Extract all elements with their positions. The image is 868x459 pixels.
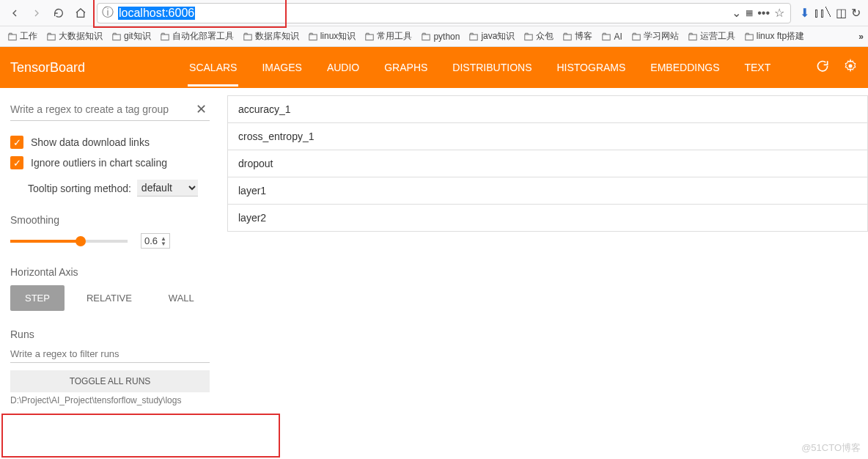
bookmark-item[interactable]: python [418, 29, 463, 44]
bookmark-item[interactable]: linux ftp搭建 [741, 29, 807, 44]
axis-relative-button[interactable]: RELATIVE [72, 285, 147, 311]
tag-row[interactable]: layer2 [227, 205, 868, 232]
info-icon[interactable]: ⓘ [102, 5, 114, 21]
bookmark-item[interactable]: 数据库知识 [240, 29, 302, 44]
bookmark-item[interactable]: git知识 [108, 29, 154, 44]
dropdown-icon[interactable]: ⌄ [732, 6, 741, 20]
url-bar[interactable]: ⓘ localhost:6006 ⌄ ▦ ••• ☆ [97, 3, 791, 23]
qr-icon[interactable]: ▦ [746, 8, 753, 18]
tab-histograms[interactable]: HISTOGRAMS [555, 48, 627, 87]
download-icon[interactable]: ⬇ [800, 6, 809, 20]
sidebar-icon[interactable]: ◫ [836, 6, 847, 20]
url-text: localhost:6006 [118, 7, 195, 20]
checkbox-download-links[interactable]: ✓ [10, 136, 23, 149]
tab-graphs[interactable]: GRAPHS [383, 48, 429, 87]
bookmarks-bar: 工作大数据知识git知识自动化部署工具数据库知识linux知识常用工具pytho… [0, 26, 868, 47]
checkbox-ignore-outliers[interactable]: ✓ [10, 156, 23, 169]
browser-nav-bar: ⓘ localhost:6006 ⌄ ▦ ••• ☆ ⬇ ⫿⫿⧹ ◫ ↻ [0, 0, 868, 26]
home-button[interactable] [70, 3, 91, 23]
settings-icon[interactable] [843, 59, 858, 76]
toggle-all-runs-button[interactable]: TOGGLE ALL RUNS [10, 370, 210, 392]
bookmarks-overflow-icon[interactable]: » [858, 32, 864, 42]
library-icon[interactable]: ⫿⫿⧹ [814, 7, 831, 20]
tag-row[interactable]: dropout [227, 150, 868, 177]
bookmark-item[interactable]: 自动化部署工具 [157, 29, 237, 44]
tag-row[interactable]: layer1 [227, 177, 868, 205]
bookmark-item[interactable]: 大数据知识 [43, 29, 106, 44]
checkbox-outliers-label: Ignore outliers in chart scaling [31, 157, 167, 169]
runs-label: Runs [10, 328, 210, 340]
smoothing-stepper[interactable]: ▲▼ [161, 236, 166, 246]
clear-search-icon[interactable]: ✕ [193, 101, 210, 117]
bookmark-star-icon[interactable]: ☆ [774, 6, 784, 20]
tag-search-input[interactable] [10, 103, 193, 115]
reload-icon[interactable] [815, 59, 830, 76]
svg-point-0 [849, 65, 853, 68]
bookmark-item[interactable]: 运营工具 [685, 29, 738, 44]
bookmark-item[interactable]: java知识 [466, 29, 518, 44]
tab-embeddings[interactable]: EMBEDDINGS [649, 48, 721, 87]
sidebar: ✕ ✓ Show data download links ✓ Ignore ou… [0, 88, 220, 459]
log-path: D:\Project\AI_Project\tensforflow_study\… [10, 392, 210, 408]
runs-search-input[interactable] [10, 348, 210, 359]
smoothing-label: Smoothing [10, 214, 210, 226]
sync-icon[interactable]: ↻ [851, 6, 861, 20]
tab-text[interactable]: TEXT [743, 48, 772, 87]
tab-audio[interactable]: AUDIO [326, 48, 361, 87]
bookmark-item[interactable]: 博客 [559, 29, 595, 44]
more-icon[interactable]: ••• [757, 7, 770, 20]
tag-row[interactable]: accuracy_1 [227, 95, 868, 123]
axis-step-button[interactable]: STEP [10, 285, 65, 311]
horizontal-axis-label: Horizontal Axis [10, 266, 210, 278]
bookmark-item[interactable]: 众包 [521, 29, 556, 44]
tooltip-sort-label: Tooltip sorting method: [28, 183, 131, 194]
tab-distributions[interactable]: DISTRIBUTIONS [451, 48, 533, 87]
tag-row[interactable]: cross_entropy_1 [227, 123, 868, 150]
smoothing-slider[interactable] [10, 240, 128, 243]
bookmark-item[interactable]: linux知识 [305, 29, 359, 44]
bookmark-item[interactable]: 常用工具 [361, 29, 415, 44]
checkbox-download-label: Show data download links [31, 136, 150, 148]
tooltip-sort-select[interactable]: default [137, 180, 198, 197]
bookmark-item[interactable]: AI [598, 29, 625, 44]
back-button[interactable] [4, 3, 25, 23]
axis-wall-button[interactable]: WALL [154, 285, 209, 311]
url-input[interactable] [199, 7, 721, 18]
bookmark-item[interactable]: 工作 [4, 29, 40, 44]
app-title: TensorBoard [10, 60, 85, 76]
tab-images[interactable]: IMAGES [260, 48, 303, 87]
tensorboard-header: TensorBoard SCALARSIMAGESAUDIOGRAPHSDIST… [0, 47, 868, 88]
tab-scalars[interactable]: SCALARS [188, 48, 238, 87]
tag-list: accuracy_1cross_entropy_1dropoutlayer1la… [220, 88, 868, 459]
smoothing-value[interactable]: 0.6 [144, 235, 158, 246]
forward-button[interactable] [26, 3, 47, 23]
reload-button[interactable] [48, 3, 69, 23]
bookmark-item[interactable]: 学习网站 [628, 29, 682, 44]
watermark: @51CTO博客 [801, 441, 861, 455]
